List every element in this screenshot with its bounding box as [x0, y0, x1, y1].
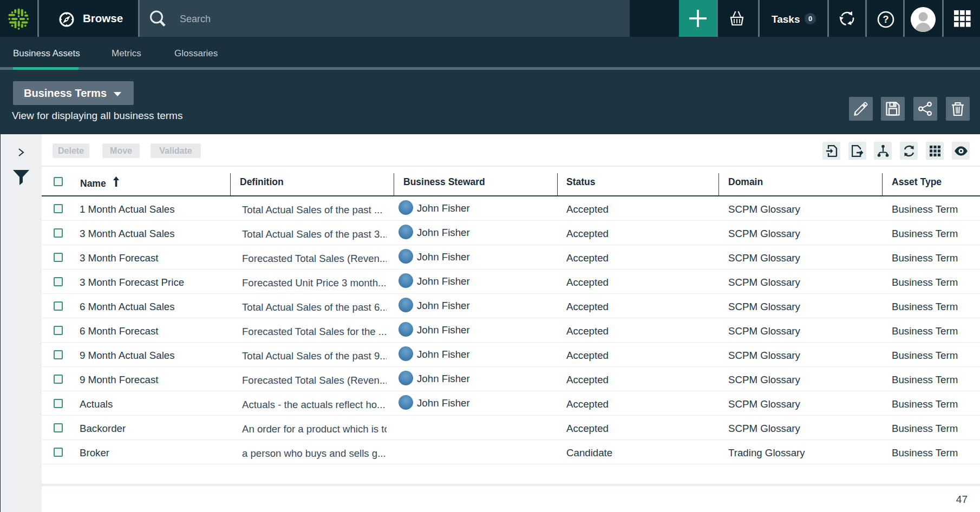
svg-text:?: ?	[883, 14, 889, 25]
